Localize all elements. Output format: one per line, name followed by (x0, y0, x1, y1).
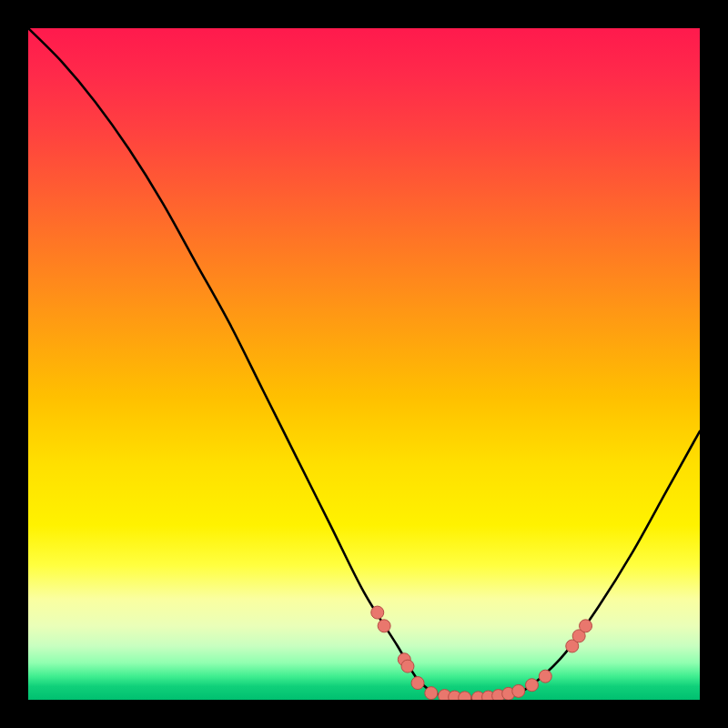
data-point (580, 620, 592, 632)
data-point (371, 606, 384, 619)
data-point (526, 679, 539, 692)
gradient-background (28, 28, 700, 700)
data-point (425, 687, 438, 700)
data-point (539, 670, 551, 682)
data-point (512, 684, 525, 697)
data-point (411, 677, 424, 690)
chart-container: TheBottleneck.com (0, 0, 728, 728)
bottleneck-curve-chart (0, 0, 728, 728)
data-point (378, 620, 390, 632)
data-point (401, 660, 414, 672)
